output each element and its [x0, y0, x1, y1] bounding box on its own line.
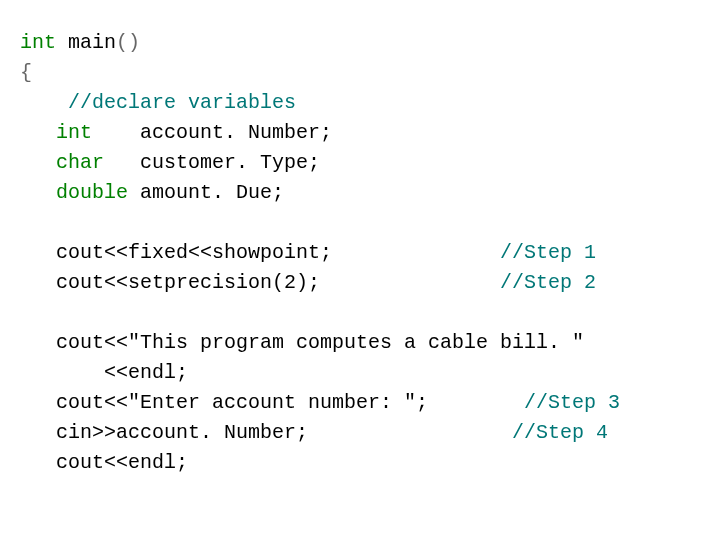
indent [20, 151, 56, 174]
comment-step1: //Step 1 [500, 241, 596, 264]
parens: () [116, 31, 140, 54]
indent [20, 91, 68, 114]
gap [320, 271, 500, 294]
stmt-cout3b: <<endl; [20, 361, 188, 384]
ident-main: main [56, 31, 116, 54]
stmt-cout2: cout<<setprecision(2); [56, 271, 320, 294]
keyword-int: int [20, 31, 56, 54]
stmt-cout6: cout<<endl; [56, 451, 188, 474]
keyword-double: double [56, 181, 128, 204]
gap [428, 391, 524, 414]
comment-declare: //declare variables [68, 91, 296, 114]
brace-open: { [20, 61, 32, 84]
space [92, 121, 140, 144]
var-customer: customer. Type; [140, 151, 320, 174]
indent [20, 421, 56, 444]
indent [20, 391, 56, 414]
stmt-cin: cin>>account. Number; [56, 421, 308, 444]
keyword-char: char [56, 151, 104, 174]
code-block: int main() { //declare variables int acc… [0, 0, 720, 478]
indent [20, 241, 56, 264]
var-amount: amount. Due; [140, 181, 284, 204]
comment-step2: //Step 2 [500, 271, 596, 294]
space [104, 151, 140, 174]
string-literal: "Enter account number: " [128, 391, 416, 414]
comment-step3: //Step 3 [524, 391, 620, 414]
indent [20, 451, 56, 474]
indent [20, 271, 56, 294]
indent [20, 121, 56, 144]
comment-step4: //Step 4 [512, 421, 608, 444]
keyword-int: int [56, 121, 92, 144]
gap [332, 241, 500, 264]
semi: ; [416, 391, 428, 414]
space [128, 181, 140, 204]
gap [308, 421, 512, 444]
indent [20, 331, 56, 354]
stmt-cout4a: cout<< [56, 391, 128, 414]
stmt-cout1: cout<<fixed<<showpoint; [56, 241, 332, 264]
var-account: account. Number; [140, 121, 332, 144]
string-literal: "This program computes a cable bill. " [128, 331, 584, 354]
stmt-cout3a: cout<< [56, 331, 128, 354]
indent [20, 181, 56, 204]
